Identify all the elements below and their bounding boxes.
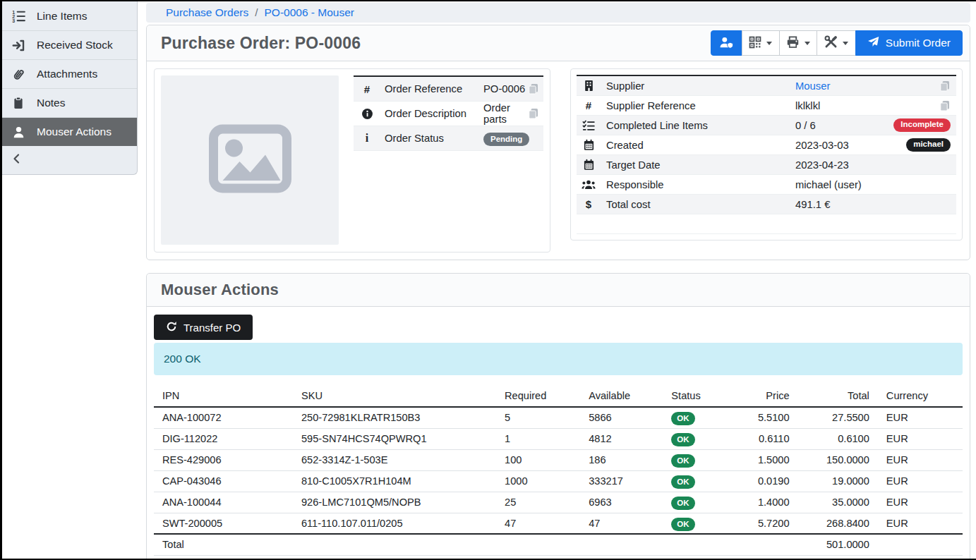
paperclip-icon bbox=[10, 68, 27, 81]
sidebar-item-line-items[interactable]: 123 Line Items bbox=[0, 1, 137, 30]
caret-down-icon bbox=[766, 42, 772, 45]
col-available: Available bbox=[580, 386, 663, 407]
tools-icon bbox=[824, 35, 838, 51]
mouser-actions-body: Transfer PO 200 OK IPN SKU Required bbox=[147, 307, 970, 560]
mouser-actions-title: Mouser Actions bbox=[161, 281, 279, 299]
paper-plane-icon bbox=[867, 36, 879, 51]
ok-badge: OK bbox=[671, 433, 694, 446]
footer-total-label: Total bbox=[154, 534, 293, 555]
sign-in-icon bbox=[10, 39, 27, 52]
rotate-icon bbox=[166, 321, 177, 334]
copy-icon[interactable] bbox=[528, 108, 539, 119]
table-header-row: IPN SKU Required Available Status Price … bbox=[154, 386, 963, 407]
part-image-placeholder[interactable] bbox=[161, 75, 339, 245]
building-icon bbox=[581, 80, 596, 92]
transfer-po-button[interactable]: Transfer PO bbox=[154, 315, 253, 340]
copy-icon[interactable] bbox=[939, 80, 951, 92]
detail-row-target-date: Target Date 2023-04-23 bbox=[577, 155, 956, 175]
col-ipn: IPN bbox=[154, 386, 293, 407]
sidebar-item-notes[interactable]: Notes bbox=[0, 88, 137, 117]
main-content: Purchase Orders / PO-0006 - Mouser Purch… bbox=[138, 0, 976, 560]
calendar-icon bbox=[581, 139, 596, 151]
detail-row-order-status: i Order Status Pending bbox=[354, 126, 543, 151]
user-shield-icon bbox=[718, 36, 734, 51]
mouser-actions-panel: Mouser Actions Transfer PO 200 OK bbox=[146, 273, 970, 560]
table-footer-row: Total 501.0000 bbox=[154, 534, 963, 555]
barcode-actions-button[interactable] bbox=[742, 30, 780, 56]
calendar-icon bbox=[581, 159, 596, 171]
order-actions-button[interactable] bbox=[817, 30, 856, 56]
breadcrumb-purchase-orders[interactable]: Purchase Orders bbox=[166, 6, 248, 19]
detail-row-completed-line-items: Completed Line Items 0 / 6 Incomplete bbox=[577, 116, 956, 135]
copy-icon[interactable] bbox=[939, 100, 951, 111]
copy-icon[interactable] bbox=[528, 83, 539, 95]
sidebar: 123 Line Items bbox=[0, 0, 138, 560]
ok-badge: OK bbox=[671, 475, 694, 489]
detail-row-created: Created 2023-03-03 michael bbox=[577, 135, 956, 155]
line-items-table: IPN SKU Required Available Status Price … bbox=[154, 386, 963, 556]
table-row: ANA-100072 250-72981KLRATR150B3 5 5866 O… bbox=[154, 407, 963, 428]
order-details-table: # Order Reference PO-0006 bbox=[354, 75, 543, 245]
detail-row-supplier-reference: # Supplier Reference lklklkl bbox=[577, 96, 956, 116]
users-icon bbox=[581, 179, 596, 190]
sidebar-item-label: Line Items bbox=[37, 10, 88, 23]
svg-text:3: 3 bbox=[12, 18, 15, 23]
caret-down-icon bbox=[843, 42, 848, 45]
supplier-details-table: Supplier Mouser # Supplier Ref bbox=[577, 75, 956, 234]
submit-order-button[interactable]: Submit Order bbox=[855, 30, 963, 56]
sidebar-item-label: Notes bbox=[37, 97, 66, 109]
print-actions-button[interactable] bbox=[779, 30, 817, 56]
ok-badge: OK bbox=[671, 518, 694, 531]
info-icon: i bbox=[359, 132, 375, 145]
clipboard-icon bbox=[10, 97, 27, 109]
list-check-icon bbox=[581, 119, 596, 132]
transfer-status-alert: 200 OK bbox=[154, 343, 963, 375]
detail-row-order-description: Order Description Order parts bbox=[354, 102, 543, 126]
order-summary-card: # Order Reference PO-0006 bbox=[154, 68, 550, 252]
hashtag-icon: # bbox=[359, 83, 375, 95]
purchase-order-panel: Purchase Order: PO-0006 bbox=[146, 25, 970, 260]
status-badge-pending: Pending bbox=[483, 133, 529, 146]
alert-message: 200 OK bbox=[164, 353, 201, 365]
hashtag-icon: # bbox=[581, 99, 596, 111]
table-row: SWT-200005 611-110.107.011/0205 47 47 OK… bbox=[154, 513, 963, 534]
purchase-order-header: Purchase Order: PO-0006 bbox=[147, 25, 970, 61]
page-title: Purchase Order: PO-0006 bbox=[161, 34, 361, 53]
qrcode-icon bbox=[749, 36, 761, 51]
detail-row-order-reference: # Order Reference PO-0006 bbox=[354, 77, 543, 102]
incomplete-badge: Incomplete bbox=[893, 118, 951, 132]
list-ol-icon: 123 bbox=[10, 9, 27, 23]
col-sku: SKU bbox=[293, 386, 496, 407]
breadcrumb-current-order[interactable]: PO-0006 - Mouser bbox=[264, 6, 354, 19]
ok-badge: OK bbox=[671, 497, 694, 510]
sidebar-item-label: Attachments bbox=[37, 68, 97, 80]
circle-info-icon bbox=[359, 108, 375, 120]
col-price: Price bbox=[749, 386, 798, 407]
table-row: RES-429006 652-3314Z-1-503E 100 186 OK 1… bbox=[154, 449, 963, 470]
detail-row-total-cost: $ Total cost 491.1 € bbox=[577, 195, 956, 214]
supplier-details-card: Supplier Mouser # Supplier Ref bbox=[570, 68, 963, 241]
order-toolbar: Submit Order bbox=[711, 30, 963, 56]
sidebar-item-mouser-actions[interactable]: Mouser Actions bbox=[0, 117, 137, 146]
sidebar-collapse-button[interactable] bbox=[0, 146, 137, 174]
chevron-left-icon bbox=[11, 153, 23, 167]
detail-row-supplier: Supplier Mouser bbox=[577, 76, 956, 96]
supplier-link[interactable]: Mouser bbox=[795, 80, 830, 92]
footer-total-value: 501.0000 bbox=[798, 534, 878, 555]
sidebar-item-label: Received Stock bbox=[37, 39, 113, 51]
admin-user-button[interactable] bbox=[711, 30, 742, 56]
dollar-icon: $ bbox=[581, 198, 596, 210]
image-icon bbox=[207, 123, 293, 197]
breadcrumb: Purchase Orders / PO-0006 - Mouser bbox=[146, 3, 970, 23]
table-row: CAP-043046 810-C1005X7R1H104M 1000 33321… bbox=[154, 470, 963, 492]
sidebar-item-received-stock[interactable]: Received Stock bbox=[0, 30, 137, 59]
col-total: Total bbox=[798, 386, 878, 407]
ok-badge: OK bbox=[671, 454, 694, 468]
detail-row-responsible: Responsible michael (user) bbox=[577, 175, 956, 195]
sidebar-item-attachments[interactable]: Attachments bbox=[0, 59, 137, 88]
col-status: Status bbox=[663, 386, 749, 407]
user-badge-michael: michael bbox=[906, 138, 951, 152]
submit-order-label: Submit Order bbox=[886, 37, 951, 49]
col-required: Required bbox=[496, 386, 580, 407]
mouser-actions-header: Mouser Actions bbox=[147, 274, 970, 307]
